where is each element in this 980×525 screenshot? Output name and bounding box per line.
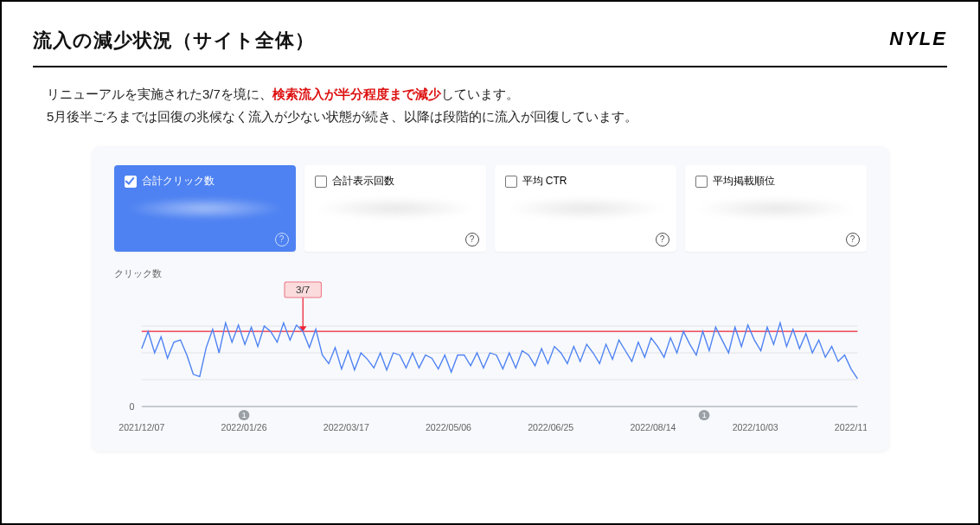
metric-value-blurred [695, 197, 856, 220]
divider [33, 66, 947, 67]
svg-text:0: 0 [129, 402, 134, 412]
metrics-row: 合計クリック数?合計表示回数?平均 CTR?平均掲載順位? [114, 165, 867, 252]
svg-text:1: 1 [241, 411, 246, 419]
help-icon[interactable]: ? [465, 233, 479, 246]
svg-text:3/7: 3/7 [296, 285, 310, 295]
y-axis-title: クリック数 [114, 267, 867, 280]
metric-card-0[interactable]: 合計クリック数? [114, 165, 296, 252]
metric-card-2[interactable]: 平均 CTR? [495, 165, 676, 252]
metric-label: 平均掲載順位 [713, 174, 775, 189]
page-title: 流入の減少状況（サイト全体） [33, 28, 315, 54]
svg-text:2022/01/26: 2022/01/26 [221, 423, 266, 432]
metric-label: 合計表示回数 [332, 174, 394, 189]
checkbox-icon [315, 176, 327, 188]
svg-text:2022/11/22: 2022/11/22 [834, 423, 866, 432]
description: リニューアルを実施された3/7を境に、検索流入が半分程度まで減少しています。 5… [47, 83, 947, 127]
help-icon[interactable]: ? [656, 233, 669, 246]
svg-text:2022/08/14: 2022/08/14 [630, 423, 676, 432]
checkbox-checked-icon [125, 176, 137, 188]
desc-line1-post: しています。 [441, 86, 519, 101]
svg-text:2022/10/03: 2022/10/03 [732, 423, 778, 432]
svg-text:1: 1 [701, 411, 706, 419]
checkbox-icon [505, 176, 517, 188]
plot-area: クリック数 03/72021/12/072022/01/262022/03/17… [114, 267, 867, 436]
svg-text:2022/06/25: 2022/06/25 [528, 423, 573, 432]
desc-highlight: 検索流入が半分程度まで減少 [272, 86, 441, 101]
metric-value-blurred [315, 197, 476, 220]
chart-card: 合計クリック数?合計表示回数?平均 CTR?平均掲載順位? クリック数 03/7… [92, 146, 889, 451]
svg-text:2022/03/17: 2022/03/17 [323, 423, 368, 432]
metric-card-3[interactable]: 平均掲載順位? [685, 165, 867, 252]
checkbox-icon [695, 176, 708, 188]
brand-logo: NYLE [889, 28, 947, 50]
metric-value-blurred [125, 197, 285, 220]
desc-line2: 5月後半ごろまでは回復の兆候なく流入が少ない状態が続き、以降は段階的に流入が回復… [47, 106, 947, 128]
metric-value-blurred [505, 197, 666, 220]
metric-card-1[interactable]: 合計表示回数? [304, 165, 486, 252]
svg-text:2021/12/07: 2021/12/07 [118, 423, 164, 432]
metric-label: 合計クリック数 [142, 174, 215, 189]
metric-label: 平均 CTR [522, 174, 567, 189]
line-chart: 03/72021/12/072022/01/262022/03/172022/0… [114, 280, 867, 436]
svg-text:2022/05/06: 2022/05/06 [425, 423, 471, 432]
help-icon[interactable]: ? [275, 233, 289, 246]
help-icon[interactable]: ? [846, 233, 860, 246]
desc-line1-pre: リニューアルを実施された3/7を境に、 [47, 86, 272, 101]
